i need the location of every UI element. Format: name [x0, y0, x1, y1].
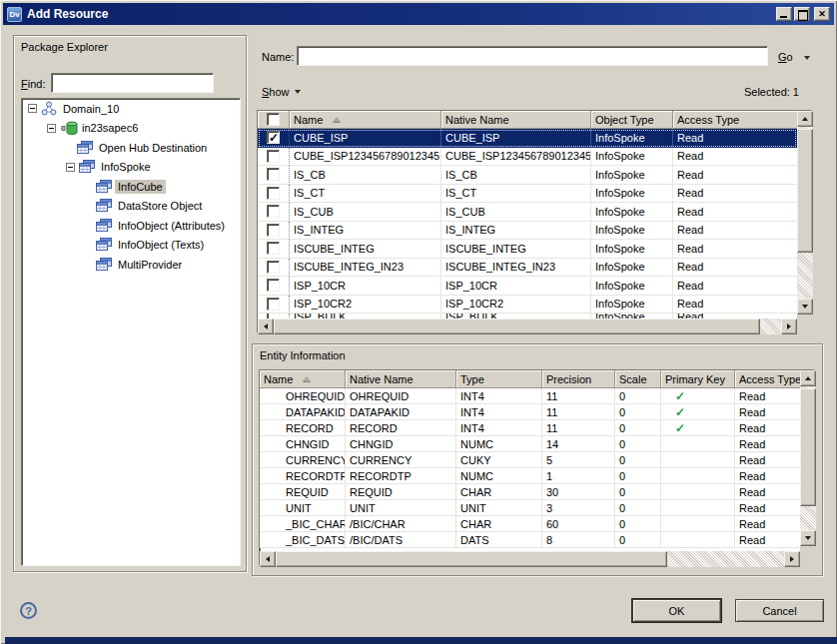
tree-item[interactable]: InfoObject (Attributes) — [22, 216, 240, 236]
entity-information-group: Entity Information Name Native Name Type… — [252, 343, 823, 576]
cell-name: RECORDTP — [260, 468, 346, 484]
tree-item-label: Open Hub Destination — [96, 141, 210, 155]
resource-vertical-scrollbar[interactable] — [797, 111, 813, 315]
table-row[interactable]: IS_CBIS_CBInfoSpokeRead — [258, 166, 797, 185]
collapse-minus-icon[interactable] — [28, 104, 37, 113]
cell-name: IS_INTEG — [290, 222, 441, 241]
scroll-left-icon[interactable] — [260, 551, 276, 567]
entity-row[interactable]: _BIC_CHAR/BIC/CHARCHAR600Read — [260, 516, 800, 532]
entity-horizontal-scrollbar[interactable] — [260, 551, 800, 567]
header-primary-key[interactable]: Primary Key — [661, 370, 735, 388]
tree-item[interactable]: Open Hub Destination — [22, 138, 240, 158]
row-checkbox[interactable] — [267, 205, 280, 218]
resource-horizontal-scrollbar[interactable] — [258, 319, 797, 334]
cell-native-name: DATAPAKID — [346, 404, 456, 420]
header-type[interactable]: Type — [456, 370, 542, 388]
scrollbar-thumb[interactable] — [800, 388, 816, 506]
table-row[interactable]: IS_CTIS_CTInfoSpokeRead — [258, 185, 797, 204]
tree-item[interactable]: DataStore Object — [22, 197, 240, 217]
entity-row[interactable]: DATAPAKIDDATAPAKIDINT4110Read — [260, 404, 800, 420]
row-checkbox[interactable] — [267, 131, 280, 144]
row-checkbox[interactable] — [267, 168, 280, 181]
help-icon[interactable] — [20, 602, 37, 619]
scroll-right-icon[interactable] — [781, 319, 797, 334]
table-row[interactable]: CUBE_ISPCUBE_ISPInfoSpokeRead — [258, 129, 797, 148]
tree-item-label: Domain_10 — [60, 102, 122, 116]
row-checkbox[interactable] — [267, 279, 280, 292]
dialog-titlebar[interactable]: Dv Add Resource — [3, 3, 834, 25]
header-name[interactable]: Name — [290, 111, 441, 129]
row-checkbox[interactable] — [267, 224, 280, 237]
row-checkbox[interactable] — [267, 261, 280, 274]
entity-row[interactable]: CHNGIDCHNGIDNUMC140Read — [260, 436, 800, 452]
entity-row[interactable]: CURRENCYCURRENCYCUKY50Read — [260, 452, 800, 468]
header-native-name[interactable]: Native Name — [441, 111, 591, 129]
header-scale[interactable]: Scale — [615, 370, 661, 388]
entity-row[interactable]: _BIC_DATS/BIC/DATSDATS80Read — [260, 532, 800, 548]
table-row[interactable]: ISP_10CR2ISP_10CR2InfoSpokeRead — [258, 296, 797, 315]
scroll-right-icon[interactable] — [784, 551, 800, 567]
tree-item[interactable]: InfoSpoke — [22, 158, 240, 178]
minimize-icon[interactable] — [776, 7, 792, 21]
table-row[interactable]: IS_CUBIS_CUBInfoSpokeRead — [258, 203, 797, 222]
row-checkbox[interactable] — [267, 298, 280, 311]
scroll-left-icon[interactable] — [258, 319, 274, 334]
tree-item[interactable]: in23sapec6 — [22, 119, 240, 139]
table-row[interactable]: ISCUBE_INTEG_IN23ISCUBE_INTEG_IN23InfoSp… — [258, 259, 797, 278]
entity-row[interactable]: RECORDTPRECORDTPNUMC10Read — [260, 468, 800, 484]
cell-object-type: InfoSpoke — [591, 129, 673, 148]
tree-item[interactable]: MultiProvider — [22, 255, 240, 275]
row-select-cell — [258, 148, 290, 167]
header-access-type[interactable]: Access Type — [735, 370, 800, 388]
entity-row[interactable]: OHREQUIDOHREQUIDINT4110Read — [260, 388, 800, 404]
tree-item[interactable]: InfoCube — [22, 177, 240, 197]
tree-item[interactable]: InfoObject (Texts) — [22, 236, 240, 256]
cancel-button[interactable]: Cancel — [735, 599, 824, 622]
collapse-minus-icon[interactable] — [66, 163, 75, 172]
row-checkbox[interactable] — [267, 187, 280, 200]
cell-access-type: Read — [735, 420, 800, 436]
header-name[interactable]: Name — [260, 370, 346, 388]
entity-vertical-scrollbar[interactable] — [800, 370, 816, 546]
go-dropdown-icon[interactable] — [804, 56, 810, 60]
scroll-down-icon[interactable] — [797, 299, 813, 315]
scrollbar-thumb[interactable] — [276, 551, 667, 567]
scrollbar-track[interactable] — [797, 253, 813, 299]
scroll-up-icon[interactable] — [800, 370, 816, 386]
header-object-type[interactable]: Object Type — [591, 111, 673, 129]
entity-row[interactable]: RECORDRECORDINT4110Read — [260, 420, 800, 436]
cell-native-name: ISCUBE_INTEG — [441, 240, 591, 259]
find-input[interactable] — [51, 73, 214, 93]
collapse-minus-icon[interactable] — [47, 124, 56, 133]
entity-row[interactable]: UNITUNITUNIT30Read — [260, 500, 800, 516]
table-row[interactable]: ISCUBE_INTEGISCUBE_INTEGInfoSpokeRead — [258, 240, 797, 259]
select-all-checkbox[interactable] — [267, 113, 280, 126]
tree-item[interactable]: Domain_10 — [22, 99, 240, 119]
scrollbar-track[interactable] — [667, 551, 784, 567]
close-icon[interactable] — [814, 7, 830, 21]
table-row[interactable]: ISP_10CRISP_10CRInfoSpokeRead — [258, 277, 797, 296]
row-select-cell — [258, 277, 290, 296]
header-precision[interactable]: Precision — [542, 370, 615, 388]
row-checkbox[interactable] — [267, 242, 280, 255]
package-explorer-tree[interactable]: Domain_10in23sapec6Open Hub DestinationI… — [21, 98, 241, 566]
scrollbar-track[interactable] — [800, 506, 816, 530]
cell-precision: 14 — [542, 436, 615, 452]
scroll-down-icon[interactable] — [800, 530, 816, 546]
scroll-up-icon[interactable] — [797, 111, 813, 127]
ok-button[interactable]: OK — [632, 599, 721, 622]
header-access-type[interactable]: Access Type — [673, 111, 797, 129]
cell-access-type: Read — [735, 404, 800, 420]
show-menu-button[interactable]: Show — [262, 86, 301, 98]
row-checkbox[interactable] — [267, 150, 280, 163]
name-input[interactable] — [297, 46, 768, 66]
header-native-name[interactable]: Native Name — [346, 370, 456, 388]
maximize-icon[interactable] — [794, 7, 810, 21]
table-row[interactable]: CUBE_ISP123456789012345CUBE_ISP123456789… — [258, 148, 797, 167]
entity-row[interactable]: REQUIDREQUIDCHAR300Read — [260, 484, 800, 500]
scrollbar-thumb[interactable] — [797, 129, 813, 253]
scrollbar-thumb[interactable] — [274, 319, 760, 334]
go-button[interactable]: Go — [778, 51, 793, 63]
table-row[interactable]: IS_INTEGIS_INTEGInfoSpokeRead — [258, 222, 797, 241]
scrollbar-track[interactable] — [760, 319, 781, 334]
